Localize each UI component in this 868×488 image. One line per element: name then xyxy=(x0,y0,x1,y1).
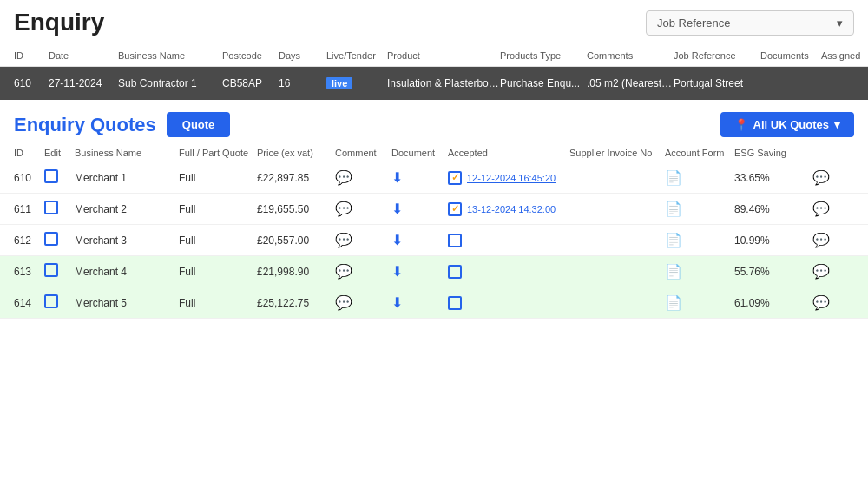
edit-checkbox[interactable] xyxy=(44,263,58,277)
quote-download-icon[interactable]: ⬇ xyxy=(391,294,448,311)
quote-price: £19,655.50 xyxy=(257,203,335,215)
page-title: Enquiry xyxy=(14,9,104,36)
quote-price: £25,122.75 xyxy=(257,297,335,309)
enquiry-products-type: Purchase Enqu... xyxy=(500,77,587,89)
quote-chat-icon[interactable]: 💬 xyxy=(795,201,830,217)
enquiry-date: 27-11-2024 xyxy=(49,77,118,89)
quote-edit-checkbox[interactable] xyxy=(44,201,75,217)
quote-id: 610 xyxy=(14,172,44,184)
quote-chat-icon[interactable]: 💬 xyxy=(795,232,830,248)
enquiry-live-tender: live xyxy=(326,77,387,89)
quote-edit-checkbox[interactable] xyxy=(44,294,75,311)
accepted-checkbox[interactable] xyxy=(448,202,462,216)
quote-accepted-cell: 13-12-2024 14:32:00 xyxy=(448,202,569,216)
qcol-price: Price (ex vat) xyxy=(257,148,335,158)
all-uk-quotes-button[interactable]: 📍 All UK Quotes ▾ xyxy=(720,112,854,137)
col-products-type: Products Type xyxy=(500,50,587,61)
enquiry-row: 610 27-11-2024 Sub Contractor 1 CB58AP 1… xyxy=(0,67,868,100)
enquiry-job-reference: Portugal Street xyxy=(674,77,760,89)
col-live-tender: Live/Tender xyxy=(326,50,387,61)
comment-icon: 💬 xyxy=(335,264,352,279)
quote-download-icon[interactable]: ⬇ xyxy=(391,232,448,248)
quotes-col-headers: ID Edit Business Name Full / Part Quote … xyxy=(0,144,868,162)
quote-esg-saving: 55.76% xyxy=(734,266,795,278)
quote-chat-icon[interactable]: 💬 xyxy=(795,294,830,311)
live-badge: live xyxy=(326,77,352,89)
chat-bubble-icon: 💬 xyxy=(812,170,830,185)
chevron-down-icon: ▾ xyxy=(834,118,840,131)
quote-comment-icon[interactable]: 💬 xyxy=(335,201,391,217)
quote-comment-icon[interactable]: 💬 xyxy=(335,232,391,248)
edit-checkbox[interactable] xyxy=(44,294,58,308)
quote-account-form[interactable]: 📄 xyxy=(665,263,734,280)
quote-row: 614 Merchant 5 Full £25,122.75 💬 ⬇ 📄 61.… xyxy=(0,287,868,319)
quote-download-icon[interactable]: ⬇ xyxy=(391,263,448,280)
enquiry-business-name: Sub Contractor 1 xyxy=(118,77,222,89)
quote-id: 611 xyxy=(14,203,44,215)
job-reference-dropdown[interactable]: Job Reference ▾ xyxy=(646,10,854,36)
qcol-document: Document xyxy=(391,148,448,158)
qcol-accepted: Accepted xyxy=(448,148,569,158)
quote-download-icon[interactable]: ⬇ xyxy=(391,201,448,217)
quote-account-form[interactable]: 📄 xyxy=(665,169,734,186)
quote-account-form[interactable]: 📄 xyxy=(665,232,734,248)
col-job-reference: Job Reference xyxy=(674,50,760,61)
quote-business-name: Merchant 3 xyxy=(75,234,179,247)
quote-download-icon[interactable]: ⬇ xyxy=(391,169,448,186)
edit-checkbox[interactable] xyxy=(44,201,58,214)
quote-row: 612 Merchant 3 Full £20,557.00 💬 ⬇ 📄 10.… xyxy=(0,225,868,256)
col-documents: Documents xyxy=(760,50,821,61)
comment-icon: 💬 xyxy=(335,295,352,310)
chat-bubble-icon: 💬 xyxy=(812,201,830,216)
quote-edit-checkbox[interactable] xyxy=(44,263,75,280)
quote-price: £21,998.90 xyxy=(257,266,335,278)
accepted-checkbox[interactable] xyxy=(448,234,462,247)
accepted-date[interactable]: 13-12-2024 14:32:00 xyxy=(467,204,556,214)
accepted-checkbox[interactable] xyxy=(448,265,462,279)
account-form-icon: 📄 xyxy=(665,264,682,279)
quote-esg-saving: 10.99% xyxy=(734,234,795,247)
download-icon: ⬇ xyxy=(391,264,403,279)
job-reference-label: Job Reference xyxy=(657,16,731,30)
enquiry-postcode: CB58AP xyxy=(222,77,279,89)
quote-row: 610 Merchant 1 Full £22,897.85 💬 ⬇ 12-12… xyxy=(0,162,868,194)
edit-checkbox[interactable] xyxy=(44,232,58,246)
quote-esg-saving: 89.46% xyxy=(734,203,795,215)
quote-button[interactable]: Quote xyxy=(167,112,231,137)
qcol-comment: Comment xyxy=(335,148,391,158)
quote-comment-icon[interactable]: 💬 xyxy=(335,294,391,311)
qcol-esg-saving: ESG Saving xyxy=(734,148,795,158)
edit-checkbox[interactable] xyxy=(44,169,58,183)
qcol-edit: Edit xyxy=(44,148,75,158)
quote-chat-icon[interactable]: 💬 xyxy=(795,169,830,186)
download-icon: ⬇ xyxy=(391,295,403,310)
quote-business-name: Merchant 1 xyxy=(75,172,179,184)
quote-accepted-cell xyxy=(448,234,569,247)
quote-comment-icon[interactable]: 💬 xyxy=(335,169,391,186)
enquiry-col-headers: ID Date Business Name Postcode Days Live… xyxy=(0,45,868,67)
quote-business-name: Merchant 5 xyxy=(75,297,179,309)
accepted-checkbox[interactable] xyxy=(448,171,462,185)
quote-price: £20,557.00 xyxy=(257,234,335,247)
account-form-icon: 📄 xyxy=(665,201,682,216)
quote-full-part: Full xyxy=(179,172,257,184)
enquiry-days: 16 xyxy=(279,77,326,89)
pin-icon: 📍 xyxy=(734,118,748,131)
qcol-id: ID xyxy=(14,148,44,158)
quote-comment-icon[interactable]: 💬 xyxy=(335,263,391,280)
accepted-date[interactable]: 12-12-2024 16:45:20 xyxy=(467,173,556,183)
quote-edit-checkbox[interactable] xyxy=(44,232,75,248)
chevron-down-icon: ▾ xyxy=(837,16,843,30)
col-postcode: Postcode xyxy=(222,50,279,61)
quote-chat-icon[interactable]: 💬 xyxy=(795,263,830,280)
quote-edit-checkbox[interactable] xyxy=(44,169,75,186)
quote-row: 613 Merchant 4 Full £21,998.90 💬 ⬇ 📄 55.… xyxy=(0,256,868,287)
quote-full-part: Full xyxy=(179,266,257,278)
accepted-checkbox[interactable] xyxy=(448,296,462,310)
download-icon: ⬇ xyxy=(391,233,403,247)
comment-icon: 💬 xyxy=(335,201,352,216)
quote-account-form[interactable]: 📄 xyxy=(665,294,734,311)
quote-full-part: Full xyxy=(179,297,257,309)
quote-account-form[interactable]: 📄 xyxy=(665,201,734,217)
page-header: Enquiry Job Reference ▾ xyxy=(0,0,868,45)
